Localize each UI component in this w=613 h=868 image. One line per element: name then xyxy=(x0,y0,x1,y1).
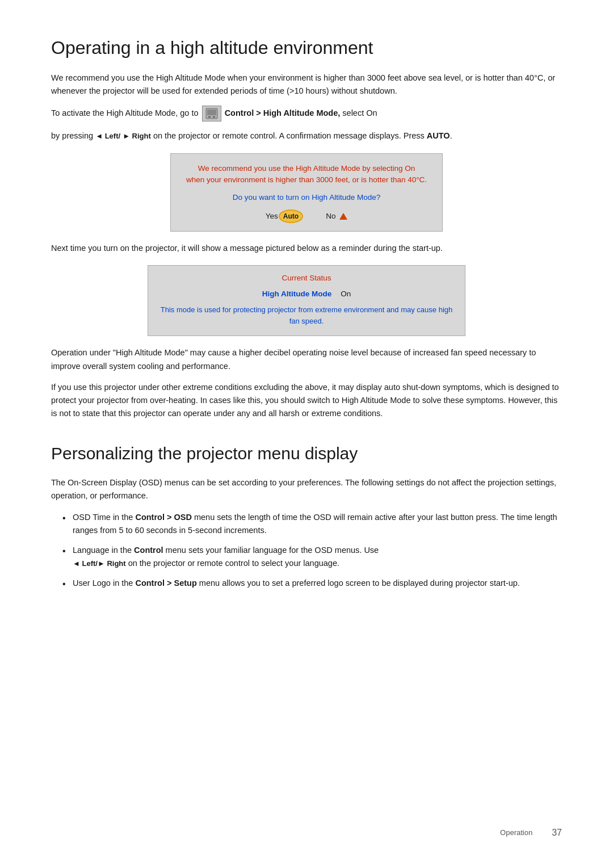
section2-title: Personalizing the projector menu display xyxy=(51,441,562,466)
bullet-item-2: Language in the Control menu sets your f… xyxy=(62,544,562,570)
bullet-item-1: OSD Time in the Control > OSD menu sets … xyxy=(62,511,562,537)
status-desc: This mode is used for protecting project… xyxy=(159,304,454,326)
status-mode-label: High Altitude Mode xyxy=(262,288,331,300)
bullet2-left-arrow: ◄ Left/ xyxy=(73,559,98,568)
section1-title: Operating in a high altitude environment xyxy=(51,34,562,61)
warning-triangle-icon xyxy=(339,213,347,220)
status-row: High Altitude Mode On xyxy=(159,288,454,300)
svg-rect-3 xyxy=(213,116,215,118)
footer-operation-label: Operation xyxy=(500,827,532,838)
dialog-buttons: YesAuto No xyxy=(182,209,431,223)
bullet2-right-arrow: ► Right xyxy=(98,559,126,568)
press-prefix: by pressing xyxy=(51,131,93,140)
auto-badge: Auto xyxy=(279,209,303,223)
left-arrow: ◄ Left/ xyxy=(95,131,120,142)
bullet-item-3: User Logo in the Control > Setup menu al… xyxy=(62,577,562,590)
svg-rect-2 xyxy=(208,116,211,118)
activate-suffix: select On xyxy=(342,108,377,118)
dialog-yes-label[interactable]: YesAuto xyxy=(266,209,303,223)
page: Operating in a high altitude environment… xyxy=(0,0,613,868)
svg-rect-1 xyxy=(207,110,216,115)
activate-prefix: To activate the High Altitude Mode, go t… xyxy=(51,108,199,118)
status-box: Current Status High Altitude Mode On Thi… xyxy=(148,265,465,337)
control-icon xyxy=(202,106,221,121)
section1-intro: We recommend you use the High Altitude M… xyxy=(51,72,562,98)
page-footer: Operation 37 xyxy=(500,826,562,840)
section2-intro: The On-Screen Display (OSD) menus can be… xyxy=(51,476,562,502)
footer-page-number: 37 xyxy=(552,826,562,840)
status-mode-value: On xyxy=(341,288,351,300)
section1-noise-para: Operation under "High Altitude Mode" may… xyxy=(51,346,562,372)
dialog-blue-question: Do you want to turn on High Altitude Mod… xyxy=(182,192,431,203)
section1-next-para: Next time you turn on the projector, it … xyxy=(51,242,562,255)
section1-press: by pressing ◄ Left/ ► Right on the proje… xyxy=(51,129,562,142)
section1-activate: To activate the High Altitude Mode, go t… xyxy=(51,106,562,121)
right-arrow: ► Right xyxy=(123,131,151,142)
section1-extreme-para: If you use this projector under other ex… xyxy=(51,381,562,421)
dialog-no-label[interactable]: No xyxy=(326,211,347,222)
press-suffix: on the projector or remote control. A co… xyxy=(153,131,452,140)
activate-path: Control > High Altitude Mode, xyxy=(225,108,341,118)
confirmation-dialog: We recommend you use the High Altitude M… xyxy=(170,153,443,232)
dialog-red-text: We recommend you use the High Altitude M… xyxy=(182,163,431,187)
bullet-list: OSD Time in the Control > OSD menu sets … xyxy=(62,511,562,590)
status-box-title: Current Status xyxy=(159,272,454,284)
